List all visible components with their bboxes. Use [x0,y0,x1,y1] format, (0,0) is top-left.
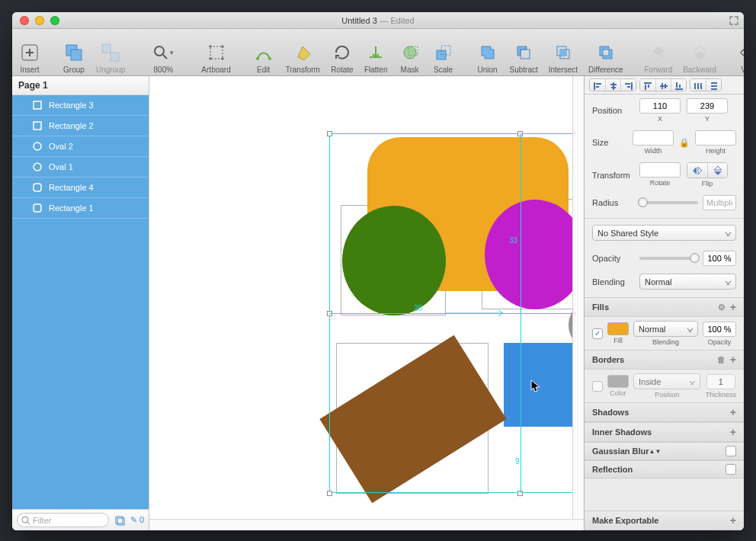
gear-icon[interactable]: ⚙ [718,303,726,312]
align-right-button[interactable] [620,79,636,91]
flip-h-button[interactable] [687,163,707,178]
layer-item[interactable]: Rectangle 3 [12,95,149,116]
union-icon [479,43,497,62]
lock-icon[interactable]: 🔒 [680,138,689,148]
align-right-icon [624,82,633,91]
flip-h-icon [692,166,703,175]
opacity-input[interactable] [703,251,736,266]
handle-nw[interactable] [327,131,332,136]
add-fill-button[interactable]: + [730,301,736,313]
vertical-scrollbar[interactable] [572,76,584,519]
fill-swatch[interactable] [607,322,629,335]
position-x-input[interactable] [639,98,681,114]
page-header[interactable]: Page 1 [12,76,149,95]
layer-item[interactable]: Rectangle 1 [12,198,149,219]
height-input[interactable] [695,130,736,146]
subtract-button[interactable]: Subtract [510,41,538,74]
layer-item[interactable]: Rectangle 4 [12,178,149,198]
border-swatch[interactable] [607,375,629,388]
align-top-button[interactable] [640,79,655,91]
difference-icon [597,43,615,62]
blur-checkbox[interactable] [726,446,736,456]
union-button[interactable]: Union [476,41,499,74]
layer-item[interactable]: Oval 2 [12,136,149,157]
reflection-header[interactable]: Reflection [585,460,744,479]
border-position-select[interactable]: Inside [633,373,700,389]
add-shadow-button[interactable]: + [730,406,736,418]
radius-input[interactable] [703,195,736,210]
difference-button[interactable]: Difference [588,41,623,74]
align-vcenter-button[interactable] [655,79,671,91]
pages-icon[interactable] [114,514,126,527]
canvas[interactable]: 33 28 13 9 [149,76,584,530]
border-thickness-input[interactable] [706,374,735,389]
width-input[interactable] [633,130,674,146]
close-button[interactable] [20,16,29,25]
align-hcenter-button[interactable] [605,79,620,91]
opacity-row: Opacity [585,247,744,270]
fill-checkbox[interactable]: ✓ [592,328,603,339]
fill-blend-select[interactable]: Normal [633,321,698,337]
rotate-input[interactable] [639,162,681,178]
zoom-control[interactable]: ▾ 800% [146,41,180,74]
filter-input[interactable]: Filter [17,513,109,527]
fill-opacity-input[interactable] [703,322,736,337]
layer-item[interactable]: Rectangle 2 [12,116,149,136]
guide-label-d: 9 [515,457,520,466]
insert-button[interactable]: Insert [18,41,41,74]
exportable-header[interactable]: Make Exportable+ [585,511,744,530]
shared-style-select[interactable]: No Shared Style [592,225,736,241]
square-outline-icon [32,100,43,110]
add-border-button[interactable]: + [730,354,736,366]
reflection-checkbox[interactable] [726,464,736,475]
plus-box-icon [20,43,40,62]
align-bottom-button[interactable] [671,79,686,91]
slice-count[interactable]: ✎ 0 [130,515,144,525]
svg-point-9 [404,46,416,59]
edit-button[interactable]: Edit [252,41,275,74]
distribute-h-button[interactable] [690,79,706,91]
handle-sw[interactable] [327,491,332,496]
artboard-button[interactable]: Artboard [201,41,230,74]
distribute-v-button[interactable] [706,79,721,91]
search-icon [21,516,30,525]
shadows-header[interactable]: Shadows+ [585,402,744,422]
fullscreen-icon[interactable] [729,15,739,26]
circle-icon [32,141,43,152]
blending-row: Blending Normal [585,270,744,297]
ungroup-button[interactable]: Ungroup [96,41,125,74]
add-export-button[interactable]: + [730,514,736,527]
svg-rect-25 [116,517,123,523]
flip-v-button[interactable] [707,163,727,178]
layer-item[interactable]: Oval 1 [12,157,149,178]
border-checkbox[interactable] [592,381,603,392]
transform-button[interactable]: Transform [286,41,320,74]
radius-slider[interactable] [639,201,698,204]
zoom-button[interactable] [50,16,59,25]
align-left-button[interactable] [590,79,605,91]
arrow-icon [445,309,506,317]
rotate-button[interactable]: Rotate [331,41,354,74]
blur-header[interactable]: Gaussian Blur ▲▼ [585,442,744,460]
opacity-slider[interactable] [639,257,698,260]
add-inner-shadow-button[interactable]: + [730,426,736,438]
group-button[interactable]: Group [62,41,85,74]
flatten-button[interactable]: Flatten [364,41,388,74]
minimize-button[interactable] [35,16,44,25]
forward-button[interactable]: Forward [645,41,673,74]
inner-shadows-header[interactable]: Inner Shadows+ [585,422,744,442]
svg-rect-22 [34,184,41,191]
view-button[interactable]: View [738,41,744,74]
scale-button[interactable]: Scale [432,41,455,74]
trash-icon[interactable]: 🗑 [717,355,726,364]
horizontal-scrollbar[interactable] [149,519,584,530]
distribute-v-icon [710,82,719,91]
mask-button[interactable]: Mask [399,41,421,74]
blending-select[interactable]: Normal [639,274,736,290]
align-hcenter-icon [609,82,618,91]
cursor-icon [530,379,541,393]
align-left-icon [593,82,602,91]
backward-button[interactable]: Backward [683,41,716,74]
intersect-button[interactable]: Intersect [549,41,578,74]
position-y-input[interactable] [687,98,728,114]
